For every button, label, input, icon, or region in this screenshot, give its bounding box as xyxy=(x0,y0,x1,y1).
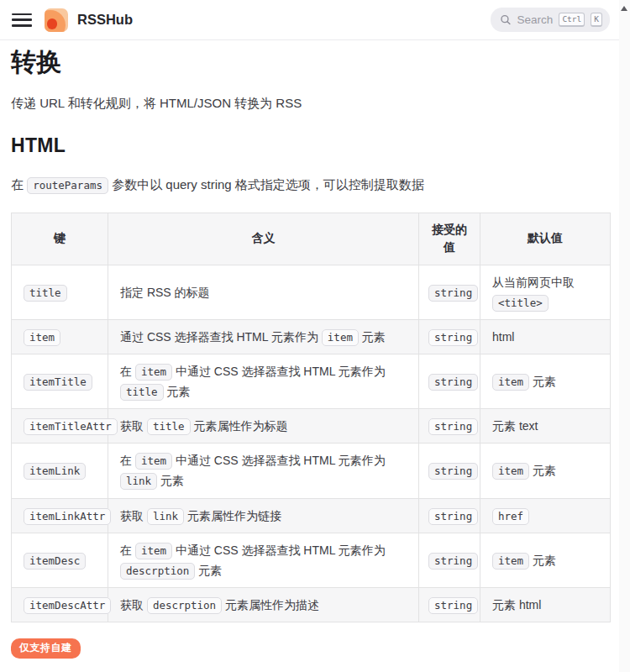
section-heading-html: HTML xyxy=(11,134,609,157)
self-hosted-badge: 仅支持自建 xyxy=(11,638,81,659)
params-table-body: title指定 RSS 的标题string从当前网页中取 <title>item… xyxy=(12,265,611,622)
cell-accepts: string xyxy=(419,265,480,319)
kbd-ctrl: Ctrl xyxy=(559,13,585,26)
cell-meaning: 在 item 中通过 CSS 选择器查找 HTML 元素作为 title 元素 xyxy=(108,354,419,409)
cell-default: item 元素 xyxy=(480,533,611,587)
cell-accepts: string xyxy=(419,320,480,354)
inline-code: itemTitleAttr xyxy=(24,418,118,435)
inline-code: item xyxy=(135,543,172,559)
cell-meaning: 获取 descrption 元素属性作为描述 xyxy=(108,587,419,622)
inline-code: item xyxy=(492,463,529,480)
inline-code: title xyxy=(24,285,67,302)
cell-accepts: string xyxy=(419,409,480,444)
cell-accepts: string xyxy=(419,498,480,533)
inline-code: item xyxy=(24,329,60,346)
search-icon xyxy=(500,13,512,26)
inline-code: title xyxy=(120,384,164,401)
inline-code: item xyxy=(135,364,172,381)
params-table-head: 键含义接受的值默认值 xyxy=(12,213,611,265)
table-row: itemTitle在 item 中通过 CSS 选择器查找 HTML 元素作为 … xyxy=(12,354,611,409)
inline-code: item xyxy=(492,374,529,391)
page: RSSHub Search Ctrl K 转换 传递 URL 和转化规则，将 H… xyxy=(0,0,630,672)
rsshub-logo-icon[interactable] xyxy=(45,8,68,32)
table-row: itemLinkAttr获取 link 元素属性作为链接stringhref xyxy=(12,498,611,533)
inline-code: item xyxy=(322,329,359,346)
inline-code: itemLinkAttr xyxy=(24,508,111,525)
cell-key: itemDesc xyxy=(12,533,108,587)
column-header: 默认值 xyxy=(480,213,611,265)
cell-key: title xyxy=(12,265,108,319)
main-content: 转换 传递 URL 和转化规则，将 HTML/JSON 转换为 RSS HTML… xyxy=(0,46,630,672)
hamburger-menu-icon[interactable] xyxy=(12,13,32,27)
inline-code: string xyxy=(428,329,478,346)
table-row: itemLink在 item 中通过 CSS 选择器查找 HTML 元素作为 l… xyxy=(12,444,611,498)
page-title: 转换 xyxy=(11,46,609,78)
inline-code: string xyxy=(428,418,478,435)
section-intro: 在 routeParams 参数中以 query string 格式指定选项，可… xyxy=(11,175,609,195)
scrollbar[interactable] xyxy=(619,0,630,672)
cell-accepts: string xyxy=(419,533,480,587)
page-subtitle: 传递 URL 和转化规则，将 HTML/JSON 转换为 RSS xyxy=(11,96,609,112)
brand-name[interactable]: RSSHub xyxy=(77,12,133,28)
cell-default: 从当前网页中取 <title> xyxy=(480,265,611,319)
inline-code: title xyxy=(147,418,191,435)
cell-default: 元素 html xyxy=(480,587,611,622)
cell-key: itemDescAttr xyxy=(12,587,108,622)
scrollbar-up-arrow[interactable] xyxy=(621,6,627,11)
cell-default: html xyxy=(480,320,611,354)
header: RSSHub Search Ctrl K xyxy=(0,0,630,40)
table-row: itemDesc在 item 中通过 CSS 选择器查找 HTML 元素作为 d… xyxy=(12,533,611,587)
inline-code: item xyxy=(135,453,172,470)
inline-code: string xyxy=(428,374,478,391)
column-header: 接受的值 xyxy=(419,213,480,265)
kbd-k: K xyxy=(591,13,602,26)
cell-meaning: 获取 title 元素属性作为标题 xyxy=(108,409,419,444)
cell-default: 元素 text xyxy=(480,409,611,444)
inline-code: itemLink xyxy=(24,463,86,480)
cell-meaning: 通过 CSS 选择器查找 HTML 元素作为 item 元素 xyxy=(108,320,419,354)
cell-key: itemTitle xyxy=(12,354,108,409)
inline-code: link xyxy=(147,508,184,525)
cell-meaning: 指定 RSS 的标题 xyxy=(108,265,419,319)
column-header: 键 xyxy=(12,213,108,265)
params-table: 键含义接受的值默认值 title指定 RSS 的标题string从当前网页中取 … xyxy=(11,213,611,622)
search-button[interactable]: Search Ctrl K xyxy=(491,8,610,32)
inline-code: href xyxy=(492,508,529,525)
cell-meaning: 获取 link 元素属性作为链接 xyxy=(108,498,419,533)
table-row: title指定 RSS 的标题string从当前网页中取 <title> xyxy=(12,265,611,319)
cell-default: item 元素 xyxy=(480,444,611,498)
cell-default: href xyxy=(480,498,611,533)
cell-meaning: 在 item 中通过 CSS 选择器查找 HTML 元素作为 link 元素 xyxy=(108,444,419,498)
column-header: 含义 xyxy=(108,213,419,265)
search-placeholder: Search xyxy=(517,13,554,26)
inline-code: string xyxy=(428,508,478,525)
table-row: item通过 CSS 选择器查找 HTML 元素作为 item 元素string… xyxy=(12,320,611,354)
cell-accepts: string xyxy=(419,587,480,622)
cell-key: itemLink xyxy=(12,444,108,498)
inline-code: string xyxy=(428,553,478,570)
inline-code: link xyxy=(120,473,157,490)
inline-code: string xyxy=(428,597,478,614)
inline-code: string xyxy=(428,285,478,302)
header-row: 键含义接受的值默认值 xyxy=(12,213,611,265)
cell-key: item xyxy=(12,320,108,354)
inline-code: <title> xyxy=(492,295,549,312)
cell-accepts: string xyxy=(419,354,480,409)
cell-key: itemLinkAttr xyxy=(12,498,108,533)
cell-meaning: 在 item 中通过 CSS 选择器查找 HTML 元素作为 descrptio… xyxy=(108,533,419,587)
inline-code: descrption xyxy=(147,597,222,614)
table-row: itemDescAttr获取 descrption 元素属性作为描述string… xyxy=(12,587,611,622)
inline-code: routeParams xyxy=(27,177,108,194)
cell-key: itemTitleAttr xyxy=(12,409,108,444)
inline-code: itemDesc xyxy=(24,553,86,570)
inline-code: descrption xyxy=(120,563,195,580)
inline-code: item xyxy=(492,553,529,570)
inline-code: string xyxy=(428,463,478,480)
inline-code: itemTitle xyxy=(24,374,92,391)
inline-code: itemDescAttr xyxy=(24,597,111,614)
cell-default: item 元素 xyxy=(480,354,611,409)
table-row: itemTitleAttr获取 title 元素属性作为标题string元素 t… xyxy=(12,409,611,444)
cell-accepts: string xyxy=(419,444,480,498)
